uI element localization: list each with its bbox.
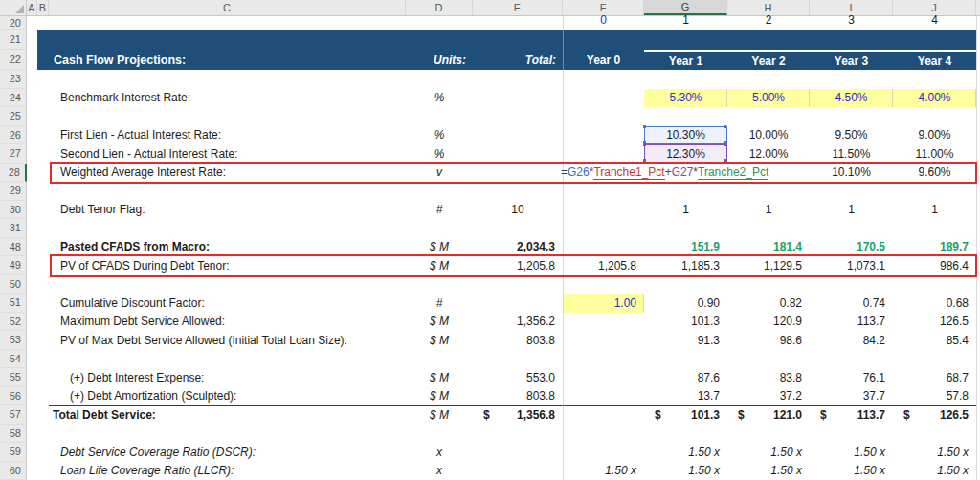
cell-J31[interactable] <box>893 219 976 238</box>
cell-B22[interactable] <box>37 50 49 70</box>
cell-A54[interactable] <box>27 350 37 369</box>
cell-J29[interactable] <box>893 182 976 201</box>
cell-B55[interactable] <box>37 368 49 387</box>
cell-G48[interactable]: 151.9 <box>644 238 727 257</box>
row-header-53[interactable]: 53 <box>0 331 27 350</box>
cell-E29[interactable] <box>473 182 563 201</box>
row-header-21[interactable]: 21 <box>0 30 27 50</box>
cell-I57[interactable]: $113.7 <box>810 405 893 425</box>
cell-F60[interactable]: 1.50 x <box>563 462 644 480</box>
cell-F55[interactable] <box>563 368 644 387</box>
row-header-50[interactable]: 50 <box>0 275 27 295</box>
cell-C23[interactable] <box>49 70 406 89</box>
row-header-29[interactable]: 29 <box>0 182 27 201</box>
cell-A28[interactable] <box>27 164 37 183</box>
cell-J28[interactable]: 9.60% <box>893 164 976 183</box>
row-header-28[interactable]: 28 <box>0 164 27 183</box>
cell-A27[interactable] <box>27 144 37 164</box>
cell-D27[interactable]: % <box>406 144 473 164</box>
cell-C58[interactable] <box>49 425 406 444</box>
cell-E30[interactable]: 10 <box>473 201 563 220</box>
cell-B54[interactable] <box>37 350 49 369</box>
cell-E51[interactable] <box>473 294 563 313</box>
cell-E58[interactable] <box>473 425 563 444</box>
cell-H58[interactable] <box>727 425 810 444</box>
cell-E20[interactable] <box>473 16 563 30</box>
cell-J52[interactable]: 126.5 <box>893 313 976 332</box>
cell-D23[interactable] <box>406 70 473 89</box>
cell-C27[interactable]: Second Lien - Actual Interest Rate: <box>49 144 406 164</box>
cell-F53[interactable] <box>563 331 644 350</box>
cell-G23[interactable] <box>644 70 727 89</box>
cell-F54[interactable] <box>563 350 644 369</box>
cell-E23[interactable] <box>473 70 563 89</box>
cell-I20[interactable]: 3 <box>810 16 893 30</box>
cell-F24[interactable] <box>563 89 644 108</box>
cell-E54[interactable] <box>473 350 563 369</box>
cell-G52[interactable]: 101.3 <box>644 313 727 332</box>
cell-J59[interactable]: 1.50 x <box>893 443 976 462</box>
cell-E59[interactable] <box>473 443 563 462</box>
column-header-E[interactable]: E <box>473 0 563 15</box>
cell-A20[interactable] <box>27 16 37 30</box>
cell-D24[interactable]: % <box>406 89 473 108</box>
cell-D22[interactable]: Units: <box>406 50 473 70</box>
cell-F58[interactable] <box>563 425 644 444</box>
cell-F23[interactable] <box>563 70 644 89</box>
cell-J53[interactable]: 85.4 <box>893 331 976 350</box>
cell-I51[interactable]: 0.74 <box>810 294 893 313</box>
cell-E60[interactable] <box>473 462 563 480</box>
cell-E48[interactable]: 2,034.3 <box>473 238 563 257</box>
cell-A60[interactable] <box>27 462 37 480</box>
cell-A26[interactable] <box>27 126 37 145</box>
cell-F26[interactable] <box>563 126 644 145</box>
cell-J22[interactable]: Year 4 <box>893 50 976 70</box>
cell-J21[interactable] <box>893 30 976 50</box>
cell-D57[interactable]: $ M <box>406 405 473 425</box>
cell-G26[interactable]: 10.30% <box>644 126 727 145</box>
cell-A22[interactable] <box>27 50 37 70</box>
cell-J24[interactable]: 4.00% <box>893 89 976 108</box>
cell-I23[interactable] <box>810 70 893 89</box>
cell-J51[interactable]: 0.68 <box>893 294 976 313</box>
cell-A55[interactable] <box>27 368 37 387</box>
cell-H60[interactable]: 1.50 x <box>727 462 810 480</box>
cell-E31[interactable] <box>473 219 563 238</box>
cell-G53[interactable]: 91.3 <box>644 331 727 350</box>
cell-F21[interactable] <box>563 30 644 50</box>
cell-G29[interactable] <box>644 182 727 201</box>
cell-H30[interactable]: 1 <box>727 201 810 220</box>
cell-D52[interactable]: $ M <box>406 313 473 332</box>
cell-F31[interactable] <box>563 219 644 238</box>
cell-F48[interactable] <box>563 238 644 257</box>
cell-B25[interactable] <box>37 107 49 126</box>
cell-I28[interactable]: 10.10% <box>810 164 893 183</box>
cell-C57[interactable]: Total Debt Service: <box>49 405 406 425</box>
cell-B58[interactable] <box>37 425 49 444</box>
cell-C51[interactable]: Cumulative Discount Factor: <box>49 294 406 313</box>
cell-D28[interactable]: v <box>406 164 473 183</box>
cell-D59[interactable]: x <box>406 443 473 462</box>
row-header-57[interactable]: 57 <box>0 405 27 425</box>
cell-G31[interactable] <box>644 219 727 238</box>
cell-J55[interactable]: 68.7 <box>893 368 976 387</box>
cell-B49[interactable] <box>37 256 49 275</box>
cell-B56[interactable] <box>37 387 49 406</box>
cell-J25[interactable] <box>893 107 976 126</box>
cell-F25[interactable] <box>563 107 644 126</box>
cell-I50[interactable] <box>810 275 893 295</box>
cell-D31[interactable] <box>406 219 473 238</box>
cell-A56[interactable] <box>27 387 37 406</box>
cell-G27[interactable]: 12.30% <box>644 144 727 164</box>
row-header-52[interactable]: 52 <box>0 313 27 332</box>
column-header-A[interactable]: A <box>27 0 37 15</box>
cell-H26[interactable]: 10.00% <box>727 126 810 145</box>
cell-J50[interactable] <box>893 275 976 295</box>
cell-G57[interactable]: $101.3 <box>644 405 727 425</box>
row-header-30[interactable]: 30 <box>0 201 27 220</box>
cell-F20[interactable]: 0 <box>563 16 644 30</box>
cell-I22[interactable]: Year 3 <box>810 50 893 70</box>
cell-A31[interactable] <box>27 219 37 238</box>
cell-D50[interactable] <box>406 275 473 295</box>
cell-I24[interactable]: 4.50% <box>810 89 893 108</box>
